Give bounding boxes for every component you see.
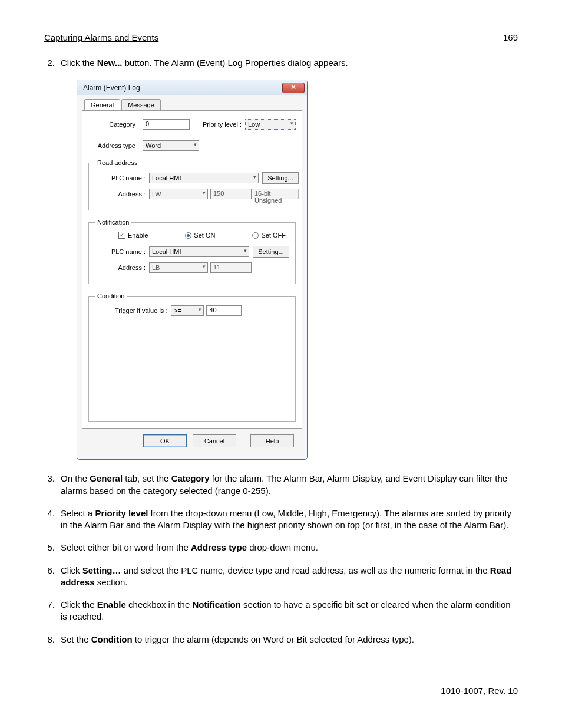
enable-label: Enable [128, 232, 148, 239]
close-icon[interactable]: ✕ [282, 83, 305, 93]
read-addr-number[interactable]: 150 [210, 189, 252, 199]
step-7: 7. Click the Enable checkbox in the Noti… [44, 599, 518, 623]
notif-addr-label: Address : [95, 264, 149, 271]
step-body: Click the New... button. The Alarm (Even… [61, 57, 518, 69]
cancel-button[interactable]: Cancel [193, 434, 236, 447]
notif-setting-button[interactable]: Setting... [253, 246, 289, 258]
read-addr-format: 16-bit Unsigned [252, 189, 299, 199]
tab-general[interactable]: General [84, 99, 120, 111]
trigger-label: Trigger if value is : [115, 307, 167, 314]
plc-select[interactable]: Local HMI [149, 173, 259, 183]
set-on-radio[interactable]: Set ON [185, 232, 215, 239]
notif-plc-select[interactable]: Local HMI [149, 246, 249, 257]
step-8: 8. Set the Condition to trigger the alar… [44, 634, 518, 645]
notif-addr-device[interactable]: LB [149, 262, 208, 273]
step-5: 5. Select either bit or word from the Ad… [44, 542, 518, 554]
read-addr-device[interactable]: LW [149, 189, 208, 199]
step-6: 6. Click Setting… and select the PLC nam… [44, 565, 518, 589]
group-read-address: Read address PLC name : Local HMI Settin… [88, 159, 305, 210]
step-3: 3. On the General tab, set the Category … [44, 473, 518, 497]
radio-icon [252, 232, 259, 239]
group-notification: Notification ✓ Enable Set ON Set OFF [88, 219, 296, 284]
notif-addr-number[interactable]: 11 [210, 262, 252, 273]
category-input[interactable]: 0 [143, 119, 190, 130]
group-condition-legend: Condition [95, 292, 127, 299]
group-read-address-legend: Read address [95, 159, 140, 166]
dialog-title: Alarm (Event) Log [83, 84, 282, 92]
checkbox-icon: ✓ [118, 232, 125, 239]
footer-revision: 1010-1007, Rev. 10 [441, 686, 518, 696]
help-button[interactable]: Help [250, 434, 294, 447]
group-notification-legend: Notification [95, 219, 131, 226]
step-number: 2. [44, 57, 61, 69]
read-addr-label: Address : [95, 190, 149, 197]
alarm-log-dialog: Alarm (Event) Log ✕ General Message Cate… [77, 80, 308, 460]
priority-select[interactable]: Low [245, 119, 296, 130]
page-header: Capturing Alarms and Events 169 [44, 32, 518, 44]
radio-icon [185, 232, 191, 239]
ok-button[interactable]: OK [143, 434, 187, 447]
read-setting-button[interactable]: Setting... [262, 172, 299, 184]
group-condition: Condition Trigger if value is : >= 40 [88, 292, 296, 422]
enable-checkbox[interactable]: ✓ Enable [118, 232, 148, 239]
addrtype-label: Address type : [88, 142, 143, 149]
set-off-radio[interactable]: Set OFF [252, 232, 286, 239]
priority-label: Priority level : [203, 121, 242, 128]
step-4: 4. Select a Priority level from the drop… [44, 508, 518, 532]
set-off-label: Set OFF [261, 232, 286, 239]
tab-panel-general: Category : 0 Priority level : Low Addres… [82, 110, 302, 429]
tab-strip: General Message [82, 99, 302, 111]
category-label: Category : [88, 121, 143, 128]
titlebar: Alarm (Event) Log ✕ [77, 80, 307, 95]
dialog-figure: Alarm (Event) Log ✕ General Message Cate… [77, 80, 518, 460]
dialog-button-row: OK Cancel Help [82, 429, 302, 453]
addrtype-select[interactable]: Word [143, 140, 199, 151]
notif-plc-label: PLC name : [95, 248, 149, 255]
header-title: Capturing Alarms and Events [44, 32, 158, 42]
trigger-value-input[interactable]: 40 [206, 305, 242, 316]
step-2: 2. Click the New... button. The Alarm (E… [44, 57, 518, 69]
set-on-label: Set ON [194, 232, 215, 239]
trigger-op-select[interactable]: >= [171, 305, 204, 316]
page-number: 169 [503, 32, 518, 42]
tab-message[interactable]: Message [121, 99, 161, 111]
plc-label: PLC name : [95, 174, 149, 182]
